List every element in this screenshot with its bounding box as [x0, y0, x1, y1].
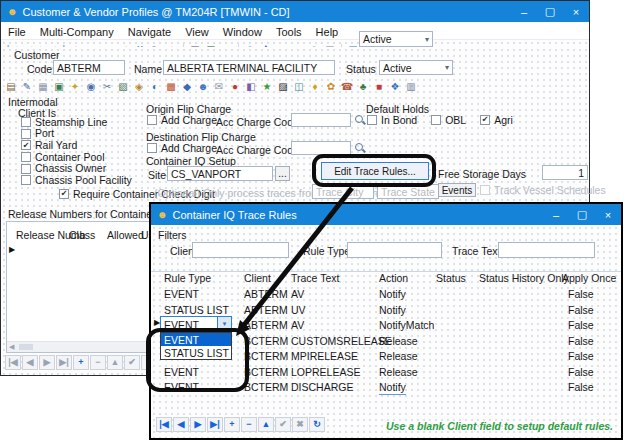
- edit-trace-rules-button[interactable]: Edit Trace Rules...: [321, 162, 429, 180]
- grid-cell[interactable]: MPIRELEASE: [291, 351, 358, 362]
- rule-type-combobox[interactable]: EVENT ▾: [160, 316, 232, 331]
- origin-add-charge-checkbox[interactable]: Add Charge: [147, 114, 217, 126]
- client-is-container-pool[interactable]: Container Pool: [21, 151, 132, 163]
- status-select[interactable]: Active ▾: [379, 60, 453, 75]
- grid-cell[interactable]: STATUS LIST: [164, 305, 229, 316]
- client-is-chassis-pool-facility[interactable]: Chassis Pool Facility: [21, 174, 132, 186]
- profile-tool-icon-6[interactable]: ◉: [83, 80, 99, 95]
- profile-tool-icon-9[interactable]: ◈: [131, 80, 147, 95]
- prev-record-icon[interactable]: ◀: [22, 355, 38, 370]
- profile-tool-icon-20[interactable]: ♦: [307, 80, 323, 95]
- name-field[interactable]: ALBERTA TERMINAL FACILITY: [163, 60, 335, 75]
- grid-cell[interactable]: Notify: [379, 305, 406, 316]
- grid-cell[interactable]: BCTERM: [244, 367, 288, 378]
- trace-state-field[interactable]: Trace State: [377, 184, 439, 199]
- hold-agri[interactable]: ✔Agri: [480, 114, 513, 126]
- menu-navigate[interactable]: Navigate: [121, 24, 178, 40]
- profile-tool-icon-14[interactable]: ✉: [211, 80, 227, 95]
- code-field[interactable]: ABTERM: [53, 60, 125, 75]
- grid-cell[interactable]: False: [568, 289, 594, 300]
- grid-cell[interactable]: LOPRELEASE: [291, 367, 360, 378]
- next-record-icon[interactable]: ▶: [190, 417, 206, 432]
- profile-tool-icon-3[interactable]: ▦: [35, 80, 51, 95]
- grid-cell[interactable]: False: [568, 305, 594, 316]
- dialog-titlebar[interactable]: ☻ Container IQ Trace Rules – ▢ ×: [151, 204, 621, 225]
- post-edit-icon[interactable]: ✔: [124, 355, 140, 370]
- dropdown-option-event[interactable]: EVENT: [161, 333, 231, 346]
- minimize-icon[interactable]: –: [543, 209, 569, 221]
- events-button[interactable]: Events: [438, 183, 476, 197]
- grid-cell[interactable]: False: [568, 382, 594, 393]
- free-storage-field[interactable]: 1: [542, 165, 588, 180]
- profile-tool-icon-22[interactable]: ☎: [339, 80, 355, 95]
- profile-tool-icon-13[interactable]: ☻: [195, 80, 211, 95]
- grid-cell[interactable]: Notify: [379, 382, 406, 395]
- grid-cell[interactable]: NotifyMatch: [379, 320, 434, 331]
- menu-file[interactable]: File: [1, 24, 33, 40]
- hold-obl[interactable]: OBL: [431, 114, 466, 126]
- release-hscrollbar[interactable]: ◀: [7, 341, 151, 352]
- profile-tool-icon-18[interactable]: ▨: [275, 80, 291, 95]
- grid-cell[interactable]: ABTERM: [244, 289, 288, 300]
- profile-tool-icon-1[interactable]: ▤: [3, 80, 19, 95]
- menu-multi-company[interactable]: Multi-Company: [33, 24, 121, 40]
- grid-cell[interactable]: Release: [379, 336, 418, 347]
- filter-rule-type-field[interactable]: [347, 242, 442, 258]
- origin-acc-code-field[interactable]: [291, 113, 351, 127]
- destination-add-charge-checkbox[interactable]: Add Charge: [147, 142, 217, 154]
- client-is-steamship-line[interactable]: Steamship Line: [21, 116, 132, 128]
- grid-cell[interactable]: False: [568, 367, 594, 378]
- grid-cell[interactable]: Notify: [379, 289, 406, 300]
- cancel-edit-icon[interactable]: ✖: [292, 417, 308, 432]
- profile-tool-icon-11[interactable]: ▩: [163, 80, 179, 95]
- client-is-rail-yard[interactable]: ✔Rail Yard: [21, 139, 132, 151]
- main-titlebar[interactable]: ☻ Customer & Vendor Profiles @ TM204R [T…: [1, 1, 589, 22]
- toolbar-active-select[interactable]: Active ▾: [359, 31, 433, 47]
- grid-cell[interactable]: AV: [291, 320, 304, 331]
- next-record-icon[interactable]: ▶: [39, 355, 55, 370]
- release-listbox[interactable]: Release NumbClassAllowedUsed ▶ ◀: [6, 221, 152, 353]
- insert-record-icon[interactable]: +: [73, 355, 89, 370]
- grid-cell[interactable]: False: [568, 336, 594, 347]
- menu-window[interactable]: Window: [216, 24, 269, 40]
- client-is-port[interactable]: Port: [21, 128, 132, 140]
- dropdown-option-status-list[interactable]: STATUS LIST: [161, 346, 231, 359]
- hold-in-bond[interactable]: In Bond: [367, 114, 417, 126]
- grid-cell[interactable]: CUSTOMSRELEASE: [291, 336, 392, 347]
- grid-cell[interactable]: False: [568, 351, 594, 362]
- first-record-icon[interactable]: |◀: [5, 355, 21, 370]
- grid-cell[interactable]: BCTERM: [244, 336, 288, 347]
- first-record-icon[interactable]: |◀: [156, 417, 172, 432]
- profile-tool-icon-8[interactable]: ▧: [115, 80, 131, 95]
- profile-tool-icon-26[interactable]: ▥: [403, 80, 419, 95]
- maximize-icon[interactable]: ▢: [537, 5, 563, 18]
- edit-record-icon[interactable]: ▲: [107, 355, 123, 370]
- profile-tool-icon-12[interactable]: ◆: [179, 80, 195, 95]
- filter-client-field[interactable]: [192, 242, 289, 258]
- grid-cell[interactable]: AV: [291, 289, 304, 300]
- close-icon[interactable]: ×: [595, 209, 621, 221]
- scroll-left-icon[interactable]: ◀: [9, 343, 14, 351]
- grid-cell[interactable]: False: [568, 320, 594, 331]
- grid-cell[interactable]: EVENT: [164, 367, 199, 378]
- profile-tool-icon-16[interactable]: ◧: [243, 80, 259, 95]
- last-record-icon[interactable]: ▶|: [56, 355, 72, 370]
- insert-record-icon[interactable]: +: [224, 417, 240, 432]
- profile-tool-icon-23[interactable]: ♣: [355, 80, 371, 95]
- scroll-thumb[interactable]: [19, 344, 33, 350]
- maximize-icon[interactable]: ▢: [569, 208, 595, 221]
- close-icon[interactable]: ×: [563, 6, 589, 18]
- grid-cell[interactable]: ABTERM: [244, 320, 288, 331]
- menu-tools[interactable]: Tools: [269, 24, 309, 40]
- profile-tool-icon-19[interactable]: ◫: [291, 80, 307, 95]
- rule-type-dropdown-list[interactable]: EVENTSTATUS LIST: [160, 332, 232, 360]
- profile-tool-icon-2[interactable]: ✎: [19, 80, 35, 95]
- filter-trace-text-field[interactable]: [498, 242, 595, 258]
- grid-cell[interactable]: Release: [379, 367, 418, 378]
- profile-tool-icon-17[interactable]: ★: [259, 80, 275, 95]
- delete-record-icon[interactable]: −: [241, 417, 257, 432]
- track-vessel-checkbox[interactable]: Track Vessel Schedules: [480, 184, 606, 196]
- prev-record-icon[interactable]: ◀: [173, 417, 189, 432]
- grid-cell[interactable]: UV: [291, 305, 306, 316]
- profile-tool-icon-25[interactable]: ❖: [387, 80, 403, 95]
